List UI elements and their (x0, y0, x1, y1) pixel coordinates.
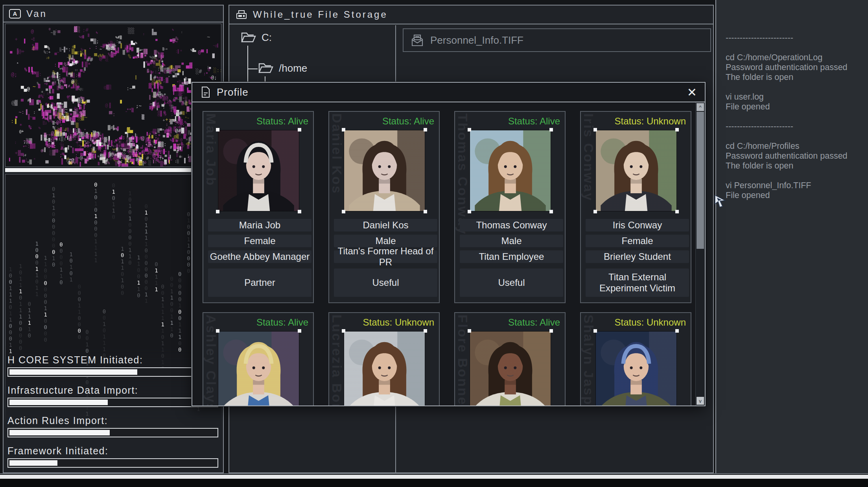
portrait-scanlines (218, 130, 299, 211)
folder-icon (240, 31, 256, 44)
character-portrait[interactable] (470, 331, 551, 406)
profile-card[interactable]: Shalyn Jasper Status: Unknown (580, 312, 691, 406)
selection-handle[interactable] (468, 329, 471, 333)
terminal-line (726, 131, 865, 141)
profile-card[interactable]: Daniel Kos Status: Alive (328, 111, 440, 303)
selection-handle[interactable] (298, 329, 301, 333)
selection-handle[interactable] (298, 128, 301, 131)
character-portrait[interactable] (344, 331, 425, 406)
terminal-line: File opened (726, 102, 865, 112)
tree-item-c-drive[interactable]: C: (240, 31, 272, 44)
selection-handle[interactable] (593, 210, 597, 213)
terminal-line (726, 112, 865, 122)
card-gender-field: Male (334, 235, 437, 247)
storage-titlebar: While_true File Storage (229, 6, 713, 24)
card-relationship-field: Titan External Experiment Victim (586, 268, 689, 297)
terminal-line (726, 171, 865, 181)
character-portrait[interactable] (595, 331, 677, 406)
card-name-field: Daniel Kos (334, 219, 437, 231)
portrait-scanlines (218, 331, 299, 406)
selection-handle[interactable] (549, 210, 553, 213)
status-badge: Status: Alive (508, 116, 560, 127)
van-titlebar: A Van (4, 6, 223, 22)
profile-card[interactable]: Thomas Conway Status: Alive (454, 111, 566, 303)
portrait-scanlines (596, 130, 676, 211)
file-personnel-info[interactable]: Personnel_Info.TIFF (403, 28, 711, 52)
profile-card-grid: Maria Job Status: Alive (203, 111, 691, 406)
dialog-scrollbar[interactable]: ^ v (695, 102, 705, 406)
file-name-label: Personnel_Info.TIFF (430, 34, 523, 46)
status-badge: Status: Alive (256, 116, 308, 127)
status-badge: Status: Alive (382, 116, 434, 127)
selection-handle[interactable] (424, 128, 427, 131)
card-role-field: Titan's Former Head of PR (334, 250, 437, 263)
selection-handle[interactable] (675, 128, 679, 131)
card-gender-field: Male (460, 235, 563, 247)
card-name-field: Maria Job (208, 219, 311, 231)
scrollbar-down-icon[interactable]: v (697, 397, 704, 405)
divider-bar (5, 168, 221, 172)
selection-handle[interactable] (216, 329, 219, 333)
terminal-line: The folder is open (726, 72, 865, 82)
character-portrait[interactable] (470, 130, 551, 211)
selection-handle[interactable] (342, 128, 345, 131)
portrait-scanlines (344, 331, 425, 406)
selection-handle[interactable] (424, 210, 427, 213)
tree-item-home[interactable]: /home (258, 61, 307, 75)
character-portrait[interactable] (595, 130, 677, 211)
scrollbar-thumb[interactable] (697, 112, 704, 249)
terminal-line (726, 43, 865, 53)
storage-app-icon (236, 9, 247, 20)
profile-dialog-body: Maria Job Status: Alive (192, 102, 695, 406)
selection-handle[interactable] (549, 329, 553, 333)
status-badge: Status: Unknown (615, 116, 686, 127)
progress-bar (7, 428, 218, 437)
progress-label: Framework Initiated: (7, 445, 218, 456)
bottom-light-bar (0, 475, 868, 479)
profile-card[interactable]: Flore Bonnet Status: Alive (454, 312, 566, 406)
profile-card[interactable]: Iris Conway Status: Unknown (580, 111, 691, 303)
selection-handle[interactable] (675, 210, 679, 213)
selection-handle[interactable] (298, 210, 301, 213)
terminal-line: The folder is open (726, 161, 865, 171)
character-portrait[interactable] (218, 130, 299, 211)
card-relationship-field: Partner (208, 268, 311, 297)
selection-handle[interactable] (675, 329, 679, 333)
profile-card[interactable]: Maria Job Status: Alive (203, 111, 314, 303)
terminal-line: Password authentication passed (726, 63, 865, 72)
character-portrait[interactable] (344, 130, 425, 211)
profile-dialog-titlebar: Profile ✕ (192, 83, 705, 102)
profile-card[interactable]: Lucrezia Borgia Status: Unknown (328, 312, 440, 406)
character-portrait[interactable] (218, 331, 299, 406)
mouse-cursor-icon (714, 194, 726, 208)
selection-handle[interactable] (549, 128, 553, 131)
portrait-scanlines (470, 130, 551, 211)
selection-handle[interactable] (342, 329, 345, 333)
profile-card[interactable]: Ashley Clayson Status: Alive (203, 312, 314, 406)
selection-handle[interactable] (593, 128, 597, 131)
selection-handle[interactable] (593, 329, 597, 333)
selection-handle[interactable] (216, 210, 219, 213)
progress-fill (9, 369, 137, 375)
selection-handle[interactable] (468, 210, 471, 213)
card-role-field: Goethe Abbey Manager (208, 250, 311, 263)
profile-document-icon (201, 86, 210, 98)
card-name-field: Iris Conway (586, 219, 689, 231)
card-gender-field: Female (586, 235, 689, 247)
selection-handle[interactable] (342, 210, 345, 213)
progress-bar (7, 398, 218, 407)
card-role-field: Brierley Student (586, 250, 689, 263)
close-icon[interactable]: ✕ (687, 86, 697, 99)
terminal-line: cd C:/home/OperationLog (726, 53, 865, 63)
status-badge: Status: Alive (256, 317, 308, 328)
card-relationship-field: Useful (460, 268, 563, 297)
selection-handle[interactable] (216, 128, 219, 131)
status-badge: Status: Unknown (363, 317, 434, 328)
card-watermark-name: Flore Bonnet (455, 315, 470, 406)
terminal-line: File opened (726, 191, 865, 200)
scrollbar-up-icon[interactable]: ^ (697, 103, 704, 111)
terminal-line (726, 82, 865, 92)
selection-handle[interactable] (424, 329, 427, 333)
selection-handle[interactable] (468, 128, 471, 131)
glitch-skull-art: %;;@;▌*▄**▄▌+▒░@░░~+;;▐+;▐*%+;@~░▓░▌▐@;▀… (5, 24, 221, 167)
